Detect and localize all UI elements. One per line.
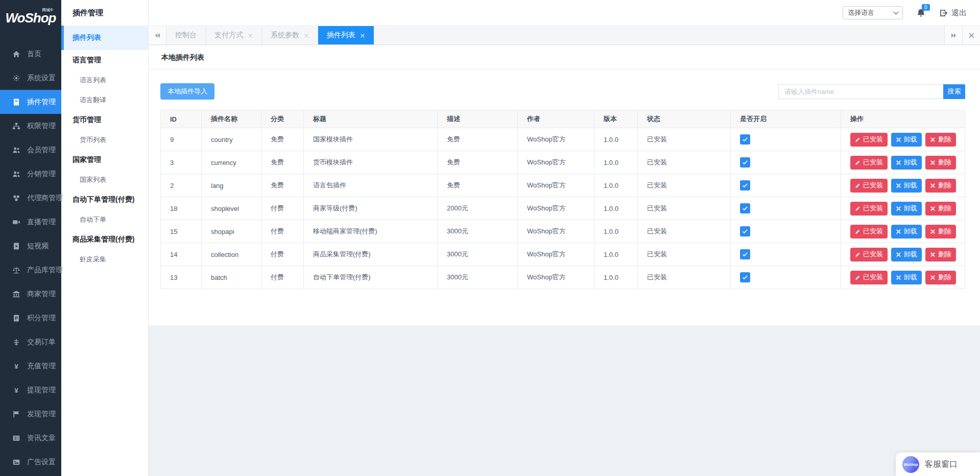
- delete-button[interactable]: 删除: [925, 179, 956, 193]
- delete-button[interactable]: 删除: [925, 156, 956, 170]
- sidebar-item[interactable]: 交易订单: [0, 330, 61, 354]
- tab[interactable]: 支付方式: [206, 26, 262, 44]
- customer-service-widget[interactable]: WoShop 客服窗口: [896, 453, 980, 476]
- installed-button[interactable]: 已安装: [850, 202, 888, 216]
- tabs-scroll-right-button[interactable]: [944, 26, 962, 44]
- uninstall-button[interactable]: 卸载: [891, 202, 922, 216]
- enabled-toggle[interactable]: [740, 134, 750, 145]
- sidebar-item[interactable]: 发现管理: [0, 402, 61, 426]
- uninstall-button[interactable]: 卸载: [891, 248, 922, 261]
- sidebar-item[interactable]: 产品库管理: [0, 258, 61, 282]
- enabled-toggle[interactable]: [740, 226, 750, 236]
- cell-description: 3000元: [438, 266, 518, 289]
- search-input[interactable]: [778, 84, 943, 99]
- cell-description: 3000元: [438, 220, 518, 243]
- delete-button[interactable]: 删除: [925, 271, 956, 284]
- uninstall-button[interactable]: 卸载: [891, 179, 922, 193]
- plugin-table-wrap: ID插件名称分类标题描述作者版本状态是否开启操作 9country免费国家模块插…: [149, 100, 980, 289]
- cell-author: WoShop官方: [518, 266, 594, 289]
- sidebar-item[interactable]: 插件管理: [0, 90, 61, 114]
- tabs-close-all-button[interactable]: [962, 26, 980, 44]
- tab[interactable]: 控制台: [166, 26, 206, 44]
- submenu-item[interactable]: 自动下单: [61, 209, 148, 229]
- uninstall-button[interactable]: 卸载: [891, 271, 922, 284]
- tab-close-icon[interactable]: [304, 31, 309, 39]
- submenu-item[interactable]: 语言翻译: [61, 90, 148, 110]
- sidebar-item-label: 权限管理: [27, 122, 56, 131]
- submenu-item-label: 自动下单: [80, 215, 106, 224]
- sidebar-item[interactable]: 直播管理: [0, 210, 61, 234]
- tabs-scroll-left-button[interactable]: [149, 26, 166, 44]
- enabled-toggle[interactable]: [740, 203, 750, 213]
- installed-button[interactable]: 已安装: [850, 133, 888, 147]
- installed-button[interactable]: 已安装: [850, 248, 888, 261]
- delete-button[interactable]: 删除: [925, 202, 956, 216]
- sidebar-item[interactable]: 代理商管理: [0, 186, 61, 210]
- installed-button[interactable]: 已安装: [850, 225, 888, 239]
- table-header-row: ID插件名称分类标题描述作者版本状态是否开启操作: [161, 110, 965, 128]
- language-select[interactable]: 选择语言: [843, 6, 903, 19]
- uninstall-button[interactable]: 卸载: [891, 225, 922, 239]
- tab[interactable]: 系统参数: [262, 26, 318, 44]
- sidebar-item[interactable]: ¥提现管理: [0, 378, 61, 402]
- submenu-item[interactable]: 虾皮采集: [61, 249, 148, 269]
- sidebar-item[interactable]: 商家管理: [0, 282, 61, 306]
- submenu-item[interactable]: 货币列表: [61, 130, 148, 150]
- enabled-toggle[interactable]: [740, 249, 750, 259]
- column-header: 描述: [438, 110, 518, 128]
- delete-button[interactable]: 删除: [925, 133, 956, 147]
- sidebar-item[interactable]: 分销管理: [0, 162, 61, 186]
- submenu-item[interactable]: 自动下单管理(付费): [61, 189, 148, 209]
- enabled-toggle[interactable]: [740, 180, 750, 191]
- tab-close-icon[interactable]: [360, 31, 365, 39]
- tabbar-spacer: [374, 26, 944, 44]
- sidebar-item[interactable]: 资讯文章: [0, 426, 61, 450]
- enabled-toggle[interactable]: [740, 157, 750, 168]
- tab[interactable]: 插件列表: [318, 26, 374, 44]
- sidebar-item[interactable]: 系统设置: [0, 66, 61, 90]
- tab-close-icon[interactable]: [248, 31, 253, 39]
- agents-icon: [12, 194, 20, 202]
- sidebar-item[interactable]: 会员管理: [0, 138, 61, 162]
- submenu-item-label: 插件列表: [73, 33, 101, 42]
- notification-bell[interactable]: 0: [916, 8, 926, 17]
- submenu-item[interactable]: 货币管理: [61, 110, 148, 130]
- installed-button[interactable]: 已安装: [850, 179, 888, 193]
- logout-button[interactable]: 退出: [939, 8, 967, 18]
- cell-title: 国家模块插件: [304, 128, 438, 151]
- uninstall-button[interactable]: 卸载: [891, 133, 922, 147]
- enabled-toggle[interactable]: [740, 272, 750, 282]
- sidebar-item[interactable]: 权限管理: [0, 114, 61, 138]
- sidebar-item[interactable]: 广告设置: [0, 450, 61, 474]
- submenu-item[interactable]: 插件列表: [61, 26, 148, 50]
- delete-button[interactable]: 删除: [925, 248, 956, 261]
- cell-version: 1.0.0: [594, 220, 638, 243]
- import-plugin-button[interactable]: 本地插件导入: [160, 83, 214, 100]
- submenu-item[interactable]: 国家列表: [61, 170, 148, 189]
- sidebar-item-label: 产品库管理: [27, 266, 63, 275]
- search-button[interactable]: 搜索: [943, 84, 965, 99]
- cell-enabled: [731, 128, 841, 151]
- sidebar-item[interactable]: ¥充值管理: [0, 354, 61, 378]
- installed-button[interactable]: 已安装: [850, 156, 888, 170]
- tab-label: 系统参数: [271, 31, 299, 40]
- submenu-item[interactable]: 商品采集管理(付费): [61, 229, 148, 249]
- uninstall-button[interactable]: 卸载: [891, 156, 922, 170]
- app-logo[interactable]: WoShop 商城®: [0, 0, 61, 42]
- installed-button[interactable]: 已安装: [850, 271, 888, 284]
- yen-icon: ¥: [12, 386, 20, 394]
- sidebar-item[interactable]: 短视频: [0, 234, 61, 258]
- video-camera-icon: [12, 218, 20, 226]
- sidebar-item-label: 直播管理: [27, 218, 56, 227]
- close-icon[interactable]: [360, 33, 365, 38]
- column-header: 版本: [594, 110, 638, 128]
- submenu-item[interactable]: 语言管理: [61, 50, 148, 70]
- delete-button[interactable]: 删除: [925, 225, 956, 239]
- close-icon[interactable]: [304, 33, 309, 38]
- sidebar-item[interactable]: P积分管理: [0, 306, 61, 330]
- sidebar-item[interactable]: 首页: [0, 42, 61, 66]
- submenu-item[interactable]: 语言列表: [61, 70, 148, 90]
- close-icon[interactable]: [248, 33, 253, 38]
- submenu-item[interactable]: 国家管理: [61, 150, 148, 170]
- submenu-item-label: 语言翻译: [80, 96, 106, 105]
